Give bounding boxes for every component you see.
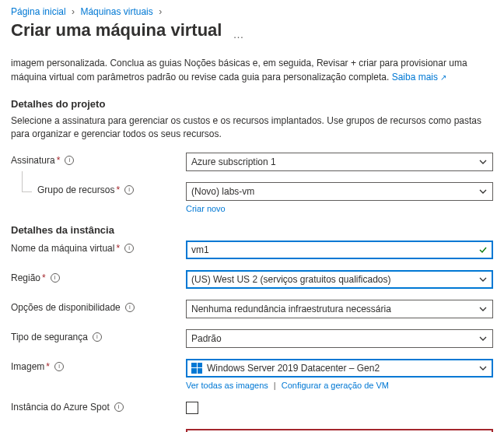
configure-vm-gen-link[interactable]: Configurar a geração de VM bbox=[282, 381, 389, 390]
chevron-down-icon bbox=[478, 364, 488, 373]
spot-label: Instância do Azure Spot i bbox=[11, 399, 186, 413]
chevron-down-icon bbox=[478, 304, 488, 314]
resource-group-dropdown[interactable]: (Novo) labs-vm bbox=[186, 182, 493, 201]
windows-icon bbox=[191, 363, 202, 374]
section-instance-title: Detalhes da instância bbox=[11, 224, 493, 236]
chevron-down-icon bbox=[478, 334, 488, 343]
image-label: Imagem* i bbox=[11, 359, 186, 372]
breadcrumb-sep: › bbox=[72, 6, 75, 17]
page-title: Criar uma máquina virtual bbox=[11, 20, 222, 40]
availability-dropdown[interactable]: Nenhuma redundância infraestrutura neces… bbox=[186, 300, 493, 318]
resource-group-label: Grupo de recursos* i bbox=[11, 182, 186, 195]
section-project-desc: Selecione a assinatura para gerenciar os… bbox=[11, 114, 493, 142]
vmname-input[interactable]: vm1 bbox=[186, 241, 493, 259]
region-dropdown[interactable]: (US) West US 2 (serviços gratuitos quali… bbox=[186, 270, 493, 289]
breadcrumb-home[interactable]: Página inicial bbox=[11, 6, 66, 17]
check-icon bbox=[478, 245, 488, 255]
spot-checkbox[interactable] bbox=[186, 402, 198, 414]
chevron-down-icon bbox=[478, 187, 488, 196]
section-project-title: Detalhes do projeto bbox=[11, 98, 493, 110]
info-icon[interactable]: i bbox=[51, 273, 60, 283]
breadcrumb: Página inicial › Máquinas virtuais › bbox=[11, 6, 493, 17]
chevron-down-icon bbox=[478, 275, 488, 284]
size-dropdown[interactable]: undefined - (Preço não disponível) bbox=[186, 429, 493, 432]
breadcrumb-vms[interactable]: Máquinas virtuais bbox=[80, 6, 152, 17]
intro-text: imagem personalizada. Conclua as guias N… bbox=[11, 56, 493, 84]
see-all-images-link[interactable]: Ver todas as imagens bbox=[186, 381, 268, 390]
external-link-icon: ↗ bbox=[440, 73, 446, 82]
learn-more-link[interactable]: Saiba mais ↗ bbox=[392, 72, 447, 83]
size-label: Tamanho* i bbox=[11, 429, 186, 432]
vmname-label: Nome da máquina virtual* i bbox=[11, 241, 186, 254]
security-label: Tipo de segurança i bbox=[11, 329, 186, 342]
info-icon[interactable]: i bbox=[124, 185, 134, 195]
subscription-label: Assinatura* i bbox=[11, 153, 186, 166]
info-icon[interactable]: i bbox=[125, 303, 135, 312]
info-icon[interactable]: i bbox=[65, 156, 74, 165]
info-icon[interactable]: i bbox=[93, 332, 102, 342]
security-dropdown[interactable]: Padrão bbox=[186, 329, 493, 348]
more-actions-icon[interactable]: … bbox=[233, 28, 243, 40]
info-icon[interactable]: i bbox=[54, 362, 64, 371]
info-icon[interactable]: i bbox=[114, 402, 124, 412]
availability-label: Opções de disponibilidade i bbox=[11, 300, 186, 313]
image-dropdown[interactable]: Windows Server 2019 Datacenter – Gen2 bbox=[186, 359, 493, 378]
breadcrumb-sep: › bbox=[159, 6, 162, 17]
region-label: Região* i bbox=[11, 270, 186, 283]
info-icon[interactable]: i bbox=[124, 244, 134, 253]
create-new-rg-link[interactable]: Criar novo bbox=[186, 204, 226, 213]
chevron-down-icon bbox=[478, 157, 488, 167]
subscription-dropdown[interactable]: Azure subscription 1 bbox=[186, 153, 493, 171]
